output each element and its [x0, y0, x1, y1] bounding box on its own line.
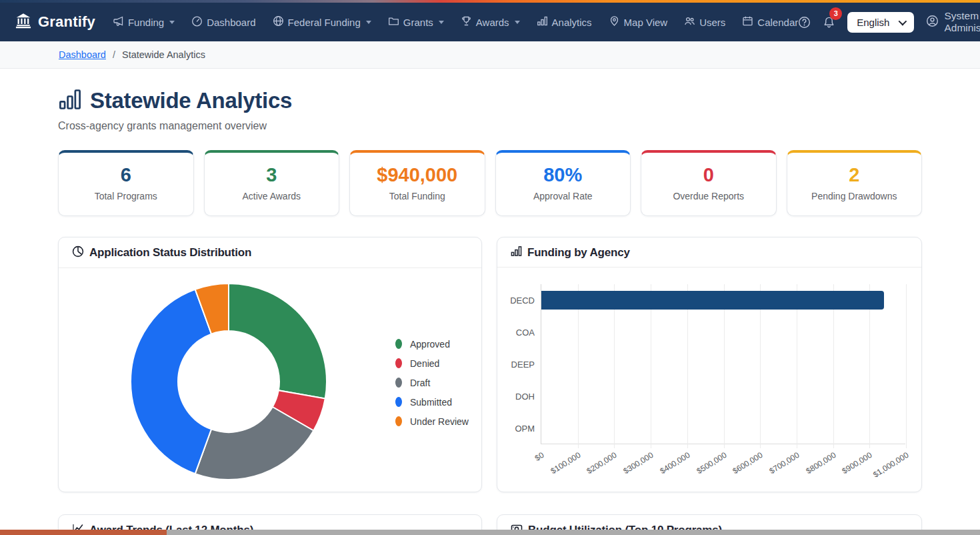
bar-category-label: COA [497, 316, 535, 348]
bar-chart-icon [537, 15, 548, 29]
bar-category-label: DOH [497, 380, 535, 412]
stat-card-pending-drawdowns: 2Pending Drawdowns [787, 150, 923, 216]
legend-marker [395, 378, 402, 388]
main-content: Statewide Analytics Cross-agency grants … [0, 69, 980, 535]
analytics-bars-icon [58, 87, 82, 114]
bar-category-label: OPM [497, 412, 535, 444]
folder-icon [388, 15, 399, 29]
nav-item-label: Awards [476, 17, 509, 28]
breadcrumb: Dashboard / Statewide Analytics [0, 41, 980, 69]
legend-marker [395, 416, 402, 426]
funding-by-agency-card: Funding by Agency DECDCOADEEPDOHOPM $0$1… [497, 237, 922, 492]
gridline [906, 284, 907, 448]
nav-items: FundingDashboardFederal FundingGrantsAwa… [113, 15, 798, 29]
stat-cards-row: 6Total Programs3Active Awards$940,000Tot… [58, 150, 922, 216]
legend-item-draft: Draft [395, 373, 469, 392]
brand-name: Grantify [38, 13, 95, 31]
caret-down-icon [515, 21, 520, 24]
notifications-bell-icon[interactable]: 3 [823, 16, 835, 29]
legend-item-approved: Approved [395, 334, 469, 354]
bar-category-label: DECD [497, 284, 535, 316]
stat-card-total-programs: 6Total Programs [58, 150, 194, 216]
trophy-icon [461, 15, 472, 29]
user-menu[interactable]: System Administrator [926, 10, 980, 34]
stat-value: 2 [791, 164, 918, 186]
nav-item-label: Users [699, 17, 725, 28]
stat-card-approval-rate: 80%Approval Rate [495, 150, 631, 216]
stat-value: 80% [500, 164, 627, 186]
donut-chart-area: ApprovedDeniedDraftSubmittedUnder Review [59, 268, 481, 492]
nav-item-label: Map View [624, 17, 668, 28]
stat-value: 6 [63, 164, 189, 186]
calendar-icon [742, 15, 753, 29]
card-title: Application Status Distribution [89, 246, 251, 259]
nav-item-label: Calendar [757, 17, 798, 28]
nav-item-label: Federal Funding [288, 17, 361, 28]
legend-marker [395, 358, 402, 368]
stat-label: Pending Drawdowns [791, 191, 918, 201]
donut-chart [59, 268, 399, 492]
nav-item-federal-funding[interactable]: Federal Funding [273, 15, 371, 29]
nav-item-users[interactable]: Users [684, 15, 725, 29]
card-title: Funding by Agency [527, 246, 630, 259]
nav-right: 3 English System Administrator [798, 10, 980, 34]
breadcrumb-dashboard-link[interactable]: Dashboard [59, 49, 106, 60]
nav-item-dashboard[interactable]: Dashboard [191, 15, 255, 29]
page-title: Statewide Analytics [90, 88, 292, 113]
stat-label: Overdue Reports [645, 191, 772, 201]
donut-slice-approved [229, 284, 327, 399]
language-select[interactable]: English [847, 12, 914, 33]
application-status-card: Application Status Distribution Approved… [58, 237, 482, 492]
map-pin-icon [609, 15, 620, 29]
legend-label: Under Review [410, 416, 469, 427]
stat-card-active-awards: 3Active Awards [204, 150, 340, 216]
legend-label: Approved [410, 339, 450, 350]
bar-chart-area: DECDCOADEEPDOHOPM $0$100,000$200,000$300… [497, 268, 921, 491]
bar-category-label: DEEP [497, 348, 535, 380]
caret-down-icon [169, 21, 175, 24]
nav-item-awards[interactable]: Awards [461, 15, 520, 29]
legend-item-denied: Denied [395, 354, 469, 373]
legend-marker [395, 339, 402, 349]
nav-item-label: Grants [403, 17, 433, 28]
stat-value: 3 [209, 164, 335, 186]
caret-down-icon [439, 21, 444, 24]
donut-legend: ApprovedDeniedDraftSubmittedUnder Review [395, 334, 469, 431]
brand[interactable]: Grantify [15, 12, 95, 32]
breadcrumb-separator: / [113, 49, 115, 60]
legend-label: Draft [410, 378, 430, 388]
nav-item-analytics[interactable]: Analytics [537, 15, 592, 29]
stat-label: Active Awards [209, 191, 335, 201]
navbar: Grantify FundingDashboardFederal Funding… [0, 3, 980, 41]
scrollbar-thumb[interactable] [0, 530, 167, 535]
page-subtitle: Cross-agency grants management overview [58, 120, 922, 132]
stat-label: Approval Rate [500, 191, 627, 201]
stat-label: Total Programs [63, 191, 189, 201]
nav-item-grants[interactable]: Grants [388, 15, 444, 29]
breadcrumb-current: Statewide Analytics [122, 49, 205, 60]
donut-slice-submitted [131, 290, 211, 474]
legend-label: Denied [410, 358, 439, 369]
user-name: System Administrator [944, 10, 980, 34]
legend-item-under-review: Under Review [395, 412, 469, 431]
speedometer-icon [191, 15, 203, 29]
bank-icon [15, 12, 32, 32]
bar-chart-icon [511, 245, 522, 259]
nav-item-calendar[interactable]: Calendar [742, 15, 798, 29]
legend-item-submitted: Submitted [395, 392, 469, 412]
nav-item-map-view[interactable]: Map View [609, 15, 668, 29]
stat-card-overdue-reports: 0Overdue Reports [641, 150, 777, 216]
nav-item-label: Funding [128, 17, 164, 28]
stat-card-total-funding: $940,000Total Funding [349, 150, 485, 216]
help-icon[interactable] [798, 16, 811, 29]
stat-value: 0 [645, 164, 772, 186]
legend-marker [395, 397, 402, 407]
caret-down-icon [366, 21, 371, 24]
nav-item-funding[interactable]: Funding [113, 15, 175, 29]
bar-plot [541, 284, 905, 444]
megaphone-icon [113, 15, 124, 29]
pie-chart-icon [72, 245, 84, 260]
chevron-down-icon [899, 17, 907, 25]
user-avatar-icon [926, 15, 939, 30]
horizontal-scrollbar[interactable] [0, 530, 980, 535]
